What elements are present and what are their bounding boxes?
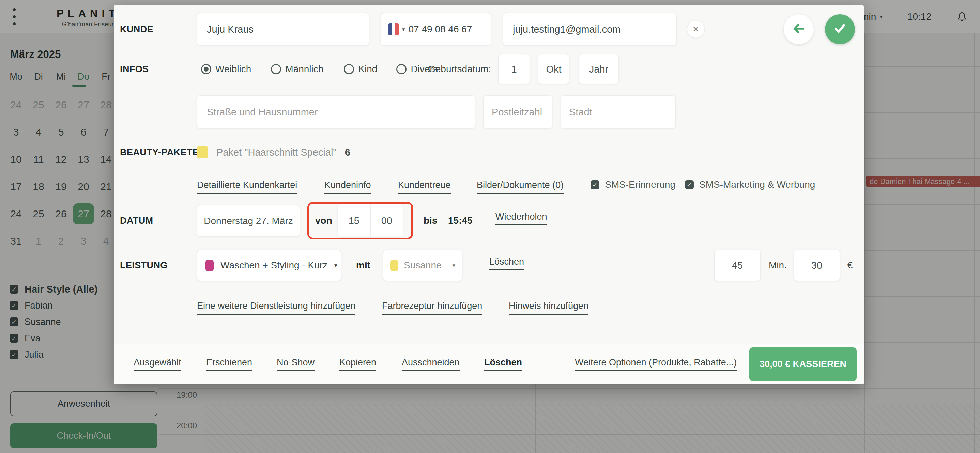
birth-year-field[interactable]: Jahr	[579, 54, 619, 84]
radio-weiblich[interactable]	[201, 64, 211, 74]
customer-name-input[interactable]	[207, 24, 359, 35]
radio-label[interactable]: Männlich	[285, 64, 323, 75]
mit-label: mit	[356, 260, 371, 271]
app-root: PLANIT G'hair'man Friseur 15 min ▾ 10:12	[0, 0, 980, 453]
chevron-down-icon: ▾	[452, 262, 455, 269]
arrow-left-icon	[792, 23, 805, 36]
service-color-swatch	[205, 260, 214, 271]
close-icon: ✕	[692, 24, 699, 34]
service-value: Waschen + Styling - Kurz	[221, 260, 328, 271]
street-field[interactable]	[197, 95, 475, 129]
back-button[interactable]	[784, 14, 814, 44]
city-field[interactable]	[560, 95, 676, 129]
duration-value: 45	[714, 260, 760, 271]
birthdate-label: Geburtsdatum:	[428, 64, 491, 75]
von-label: von	[315, 215, 332, 226]
sms-reminder-label: SMS-Erinnerung	[605, 179, 675, 190]
package-name: Paket "Haarschnitt Special"	[216, 147, 337, 158]
delete-service-link[interactable]: Löschen	[489, 256, 524, 270]
link-kundentreue[interactable]: Kundentreue	[398, 180, 451, 194]
clear-customer-button[interactable]: ✕	[687, 21, 704, 38]
zip-field[interactable]	[483, 95, 552, 129]
checkbox-checked-icon[interactable]: ✓	[590, 180, 600, 189]
footer-erschienen-link[interactable]: Erschienen	[206, 357, 252, 371]
address-row	[114, 95, 864, 129]
france-flag-icon[interactable]	[388, 23, 399, 35]
datum-row: DATUM Donnerstag 27. März von 15 00 bis …	[114, 202, 864, 240]
birth-day-value: 1	[498, 64, 530, 75]
sms-reminder-checkbox[interactable]: ✓ SMS-Erinnerung	[590, 179, 675, 190]
start-minute-value: 00	[371, 215, 403, 227]
phone-input[interactable]	[409, 24, 483, 35]
customer-name-field[interactable]	[197, 13, 369, 46]
footer-more-options-link[interactable]: Weitere Optionen (Produkte, Rabatte...)	[575, 357, 737, 371]
start-minute-field[interactable]: 00	[371, 204, 403, 238]
chevron-down-icon[interactable]: ▾	[402, 26, 405, 33]
sms-marketing-label: SMS-Marketing & Werbung	[699, 179, 815, 190]
currency-label: €	[848, 260, 853, 271]
link-kundeninfo[interactable]: Kundeninfo	[325, 180, 371, 194]
kunde-row: KUNDE ▾ ✕	[114, 13, 864, 46]
radio-maennlich[interactable]	[271, 64, 281, 74]
staff-value: Susanne	[404, 260, 447, 271]
price-field[interactable]: 30	[794, 250, 840, 281]
birth-year-value: Jahr	[579, 64, 619, 75]
package-color-swatch	[197, 146, 208, 158]
infos-label: INFOS	[120, 64, 149, 75]
beauty-pakete-row: BEAUTY-PAKETE Paket "Haarschnitt Special…	[114, 142, 864, 162]
birth-month-value: Okt	[538, 64, 569, 75]
link-kundenkartei[interactable]: Detaillierte Kundenkartei	[197, 180, 297, 194]
city-input[interactable]	[569, 106, 667, 118]
kunde-label: KUNDE	[120, 24, 153, 35]
duration-unit-label: Min.	[769, 260, 787, 271]
footer-kopieren-link[interactable]: Kopieren	[339, 357, 376, 371]
add-note-link[interactable]: Hinweis hinzufügen	[509, 301, 589, 315]
staff-dropdown[interactable]: Susanne ▾	[383, 250, 462, 281]
add-service-link[interactable]: Eine weitere Dienstleistung hinzufügen	[197, 301, 355, 315]
modal-footer: Ausgewählt Erschienen No-Show Kopieren A…	[114, 344, 864, 384]
zip-input[interactable]	[492, 106, 544, 118]
checkbox-checked-icon[interactable]: ✓	[685, 180, 694, 189]
link-bilder-dokumente[interactable]: Bilder/Dokumente (0)	[477, 180, 563, 194]
beauty-pakete-label: BEAUTY-PAKETE	[120, 147, 199, 158]
package-count-badge: 6	[345, 147, 350, 158]
radio-label[interactable]: Kind	[358, 64, 377, 75]
footer-noshow-link[interactable]: No-Show	[277, 357, 315, 371]
footer-ausschneiden-link[interactable]: Ausschneiden	[402, 357, 460, 371]
radio-label[interactable]: Weiblich	[215, 64, 251, 75]
footer-ausgewaehlt-link[interactable]: Ausgewählt	[134, 357, 181, 371]
email-field[interactable]	[503, 13, 677, 46]
save-button[interactable]	[825, 14, 855, 44]
email-input[interactable]	[513, 24, 667, 35]
start-hour-field[interactable]: 15	[338, 204, 371, 238]
package-item[interactable]: Paket "Haarschnitt Special" 6	[197, 146, 350, 158]
leistung-row: LEISTUNG Waschen + Styling - Kurz ▾ mit …	[114, 250, 864, 281]
birth-day-field[interactable]: 1	[498, 54, 530, 84]
staff-color-swatch	[390, 260, 398, 271]
phone-field[interactable]: ▾	[380, 13, 491, 46]
start-time-highlight: von 15 00	[307, 202, 413, 240]
radio-divers[interactable]	[396, 64, 407, 74]
radio-kind[interactable]	[344, 64, 354, 74]
street-input[interactable]	[207, 106, 465, 118]
customer-links-row: Detaillierte Kundenkartei Kundeninfo Kun…	[114, 177, 864, 197]
add-links-row: Eine weitere Dienstleistung hinzufügen F…	[114, 299, 864, 316]
price-value: 30	[794, 260, 840, 271]
gender-radio-group: Weiblich Männlich Kind Divers	[201, 64, 438, 75]
duration-field[interactable]: 45	[714, 250, 760, 281]
check-icon	[833, 22, 847, 36]
datum-label: DATUM	[120, 216, 153, 226]
footer-loeschen-link[interactable]: Löschen	[484, 357, 522, 371]
add-color-recipe-link[interactable]: Farbrezeptur hinzufügen	[382, 301, 482, 315]
date-value: Donnerstag 27. März	[197, 216, 299, 227]
service-dropdown[interactable]: Waschen + Styling - Kurz ▾	[197, 250, 341, 281]
repeat-link[interactable]: Wiederholen	[495, 211, 547, 226]
end-time-value: 15:45	[448, 215, 473, 226]
pay-button[interactable]: 30,00 € KASSIEREN	[749, 347, 857, 381]
chevron-down-icon: ▾	[334, 262, 337, 269]
leistung-label: LEISTUNG	[120, 260, 168, 271]
date-field[interactable]: Donnerstag 27. März	[197, 205, 300, 237]
birth-month-field[interactable]: Okt	[538, 54, 570, 84]
sms-marketing-checkbox[interactable]: ✓ SMS-Marketing & Werbung	[685, 179, 815, 190]
infos-row: INFOS Weiblich Männlich Kind Divers Gebu…	[114, 53, 864, 86]
